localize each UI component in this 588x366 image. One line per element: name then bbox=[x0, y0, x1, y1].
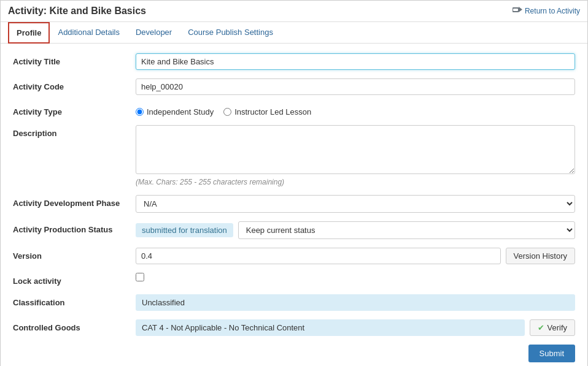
activity-production-status-label: Activity Production Status bbox=[13, 221, 136, 234]
tab-additional-details[interactable]: Additional Details bbox=[50, 22, 127, 44]
activity-dev-phase-label: Activity Development Phase bbox=[13, 195, 136, 208]
description-label: Description bbox=[13, 125, 136, 138]
submit-row: Submit bbox=[13, 345, 575, 362]
controlled-goods-input-row: CAT 4 - Not Applicable - No Technical Co… bbox=[136, 319, 575, 336]
classification-label: Classification bbox=[13, 294, 136, 307]
activity-title-wrap bbox=[136, 53, 575, 70]
controlled-goods-label: Controlled Goods bbox=[13, 319, 136, 332]
description-row: Description (Max. Chars: 255 - 255 chara… bbox=[13, 125, 575, 186]
activity-dev-phase-row: Activity Development Phase N/A Planning … bbox=[13, 195, 575, 213]
status-row: submitted for translation Keep current s… bbox=[136, 221, 575, 239]
radio-instructor-led-input[interactable] bbox=[223, 108, 231, 116]
version-history-button[interactable]: Version History bbox=[506, 248, 575, 264]
activity-dev-phase-select[interactable]: N/A Planning Development Review Complete bbox=[136, 195, 575, 213]
activity-title-row: Activity Title bbox=[13, 53, 575, 70]
production-status-select[interactable]: Keep current status Draft Submitted for … bbox=[238, 221, 575, 239]
version-input[interactable] bbox=[136, 248, 501, 264]
radio-instructor-led[interactable]: Instructor Led Lesson bbox=[223, 107, 311, 116]
classification-row: Classification Unclassified bbox=[13, 294, 575, 311]
controlled-goods-value: CAT 4 - Not Applicable - No Technical Co… bbox=[136, 319, 525, 336]
version-input-wrap bbox=[136, 248, 501, 264]
activity-code-row: Activity Code bbox=[13, 78, 575, 95]
activity-title-input[interactable] bbox=[136, 53, 575, 70]
radio-independent-study[interactable]: Independent Study bbox=[136, 107, 214, 116]
version-input-row: Version History bbox=[136, 248, 575, 264]
activity-code-label: Activity Code bbox=[13, 78, 136, 91]
page-title: Activity: Kite and Bike Basics bbox=[8, 6, 146, 17]
activity-type-wrap: Independent Study Instructor Led Lesson bbox=[136, 104, 575, 116]
activity-type-label: Activity Type bbox=[13, 104, 136, 116]
tab-profile[interactable]: Profile bbox=[8, 22, 50, 44]
version-row: Version Version History bbox=[13, 248, 575, 264]
activity-production-status-wrap: submitted for translation Keep current s… bbox=[136, 221, 575, 239]
return-to-activity-link[interactable]: Return to Activity bbox=[513, 7, 580, 15]
classification-value: Unclassified bbox=[136, 294, 575, 311]
version-wrap: Version History bbox=[136, 248, 575, 264]
description-textarea[interactable] bbox=[136, 125, 575, 174]
controlled-goods-row: Controlled Goods CAT 4 - Not Applicable … bbox=[13, 319, 575, 336]
form-content: Activity Title Activity Code Activity Ty… bbox=[1, 44, 587, 366]
page-header: Activity: Kite and Bike Basics Return to… bbox=[1, 1, 587, 22]
tab-course-publish-settings[interactable]: Course Publish Settings bbox=[180, 22, 281, 44]
lock-activity-label: Lock activity bbox=[13, 273, 136, 286]
svg-marker-1 bbox=[519, 7, 522, 12]
activity-code-input[interactable] bbox=[136, 78, 575, 95]
activity-code-wrap bbox=[136, 78, 575, 95]
lock-activity-checkbox[interactable] bbox=[136, 273, 144, 281]
radio-independent-study-input[interactable] bbox=[136, 108, 144, 116]
char-hint: (Max. Chars: 255 - 255 characters remain… bbox=[136, 178, 575, 186]
svg-rect-2 bbox=[513, 9, 518, 11]
activity-production-status-row: Activity Production Status submitted for… bbox=[13, 221, 575, 239]
lock-activity-row: Lock activity bbox=[13, 273, 575, 286]
verify-button[interactable]: ✔ Verify bbox=[530, 319, 575, 336]
checkmark-icon: ✔ bbox=[538, 323, 544, 332]
activity-dev-phase-wrap: N/A Planning Development Review Complete bbox=[136, 195, 575, 213]
classification-wrap: Unclassified bbox=[136, 294, 575, 311]
activity-type-radio-group: Independent Study Instructor Led Lesson bbox=[136, 104, 575, 116]
submit-button[interactable]: Submit bbox=[528, 345, 575, 362]
activity-title-label: Activity Title bbox=[13, 53, 136, 66]
activity-type-row: Activity Type Independent Study Instruct… bbox=[13, 104, 575, 116]
return-icon bbox=[513, 7, 522, 15]
tab-bar: Profile Additional Details Developer Cou… bbox=[1, 22, 587, 44]
status-badge: submitted for translation bbox=[136, 223, 233, 237]
controlled-goods-wrap: CAT 4 - Not Applicable - No Technical Co… bbox=[136, 319, 575, 336]
description-wrap: (Max. Chars: 255 - 255 characters remain… bbox=[136, 125, 575, 186]
lock-activity-wrap bbox=[136, 273, 575, 281]
version-label: Version bbox=[13, 248, 136, 261]
tab-developer[interactable]: Developer bbox=[128, 22, 180, 44]
